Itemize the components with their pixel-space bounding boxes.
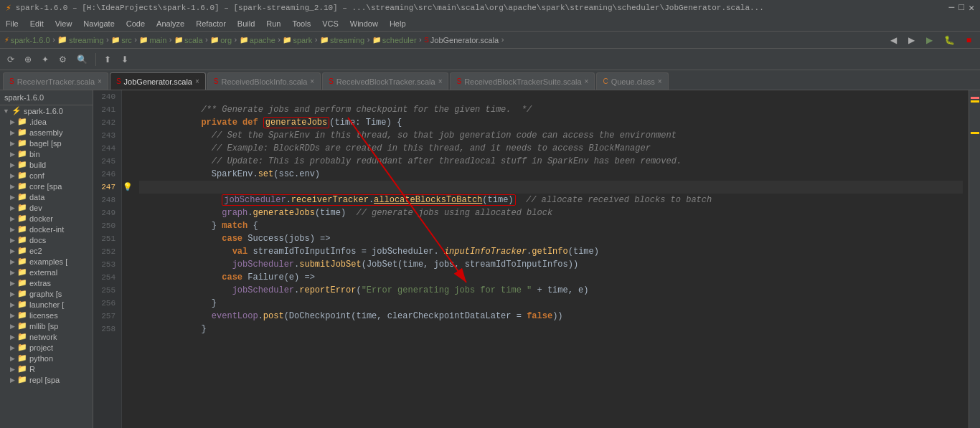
minimize-button[interactable]: ─ bbox=[949, 2, 955, 14]
toolbar-btn-6[interactable]: ⬆ bbox=[100, 52, 116, 67]
sidebar-item-external[interactable]: ▶ 📁 external bbox=[0, 267, 93, 277]
sidebar-item-docs[interactable]: ▶ 📁 docs bbox=[0, 234, 93, 245]
tab-close-3[interactable]: × bbox=[310, 77, 314, 85]
sidebar-item-licenses[interactable]: ▶ 📁 licenses bbox=[0, 310, 93, 320]
tab-close-5[interactable]: × bbox=[585, 77, 589, 85]
menu-edit[interactable]: Edit bbox=[24, 18, 50, 29]
menu-refactor[interactable]: Refactor bbox=[190, 18, 232, 29]
sidebar-item-project[interactable]: ▶ 📁 project bbox=[0, 342, 93, 353]
sidebar-item-dev[interactable]: ▶ 📁 dev bbox=[0, 202, 93, 213]
sidebar-item-data[interactable]: ▶ 📁 data bbox=[0, 191, 93, 202]
debug-button[interactable]: 🐛 bbox=[940, 33, 959, 47]
breadcrumb-streaming[interactable]: streaming bbox=[69, 36, 103, 44]
menu-run[interactable]: Run bbox=[260, 18, 286, 29]
breadcrumb-file[interactable]: JobGenerator.scala bbox=[430, 36, 499, 44]
code-content: 240 241 242 243 244 245 246 247 248 249 … bbox=[93, 90, 969, 428]
sidebar-item-docker-int[interactable]: ▶ 📁 docker-int bbox=[0, 224, 93, 234]
menu-analyze[interactable]: Analyze bbox=[151, 18, 190, 29]
breadcrumb-scala[interactable]: scala bbox=[184, 36, 203, 44]
sidebar-item-spark[interactable]: ▼ ⚡ spark-1.6.0 bbox=[0, 105, 93, 116]
breadcrumb-src[interactable]: src bbox=[121, 36, 132, 44]
breadcrumb-spark[interactable]: spark bbox=[293, 36, 312, 44]
tree-arrow-build: ▶ bbox=[10, 161, 15, 168]
tree-arrow-docker: ▶ bbox=[10, 215, 15, 222]
menu-code[interactable]: Code bbox=[121, 18, 151, 29]
gutter-242 bbox=[122, 116, 133, 129]
folder-icon-apache: 📁 bbox=[240, 36, 248, 44]
sidebar-item-conf[interactable]: ▶ 📁 conf bbox=[0, 170, 93, 181]
sidebar-item-examples[interactable]: ▶ 📁 examples [ bbox=[0, 256, 93, 267]
breadcrumb-streaming2[interactable]: streaming bbox=[330, 36, 364, 44]
scroll-top-btn[interactable] bbox=[969, 90, 980, 96]
menu-window[interactable]: Window bbox=[344, 18, 384, 29]
menu-vcs[interactable]: VCS bbox=[316, 18, 344, 29]
sidebar-item-graphx[interactable]: ▶ 📁 graphx [s bbox=[0, 288, 93, 299]
sidebar-item-core[interactable]: ▶ 📁 core [spa bbox=[0, 181, 93, 191]
code-editor[interactable]: 240 241 242 243 244 245 246 247 248 249 … bbox=[93, 90, 969, 428]
run-button[interactable]: ▶ bbox=[922, 33, 937, 47]
sidebar-item-bin[interactable]: ▶ 📁 bin bbox=[0, 148, 93, 159]
sidebar-item-bagel[interactable]: ▶ 📁 bagel [sp bbox=[0, 138, 93, 148]
maximize-button[interactable]: □ bbox=[958, 2, 964, 14]
tab-close-2[interactable]: × bbox=[195, 77, 199, 85]
tab-receivedblockinfo[interactable]: S ReceivedBlockInfo.scala × bbox=[207, 72, 321, 90]
toolbar-btn-5[interactable]: 🔍 bbox=[72, 52, 92, 67]
tab-receivertracker[interactable]: S ReceiverTracker.scala × bbox=[3, 72, 108, 90]
sidebar-header: spark-1.6.0 bbox=[0, 90, 93, 105]
sidebar-label-docker-int: docker-int bbox=[29, 225, 64, 234]
folder-icon-mllib: 📁 bbox=[17, 321, 27, 330]
scroll-bottom-btn[interactable] bbox=[969, 422, 980, 428]
sidebar-item-mllib[interactable]: ▶ 📁 mllib [sp bbox=[0, 320, 93, 331]
breadcrumb-scheduler[interactable]: scheduler bbox=[382, 36, 417, 44]
nav-back-button[interactable]: ◀ bbox=[886, 33, 901, 47]
right-scrollbar-panel[interactable] bbox=[969, 90, 980, 428]
tab-receivedblocksuite[interactable]: S ReceivedBlockTrackerSuite.scala × bbox=[450, 72, 595, 90]
breadcrumb-org[interactable]: org bbox=[220, 36, 232, 44]
menu-view[interactable]: View bbox=[50, 18, 78, 29]
folder-icon-bagel: 📁 bbox=[17, 138, 27, 148]
menu-tools[interactable]: Tools bbox=[286, 18, 316, 29]
sidebar-label-idea: .idea bbox=[29, 118, 47, 126]
breadcrumb-root[interactable]: spark-1.6.0 bbox=[11, 36, 50, 44]
breadcrumb-main[interactable]: main bbox=[149, 36, 166, 44]
toolbar-btn-7[interactable]: ⬇ bbox=[117, 52, 133, 67]
tree-arrow-dev: ▶ bbox=[10, 204, 15, 211]
tabs-bar: S ReceiverTracker.scala × S JobGenerator… bbox=[0, 70, 980, 90]
sidebar-item-extras[interactable]: ▶ 📁 extras bbox=[0, 277, 93, 288]
nav-forward-button[interactable]: ▶ bbox=[904, 33, 919, 47]
breadcrumb-apache[interactable]: apache bbox=[250, 36, 275, 44]
tab-receivedblocktracker[interactable]: S ReceivedBlockTracker.scala × bbox=[322, 72, 448, 90]
menu-help[interactable]: Help bbox=[384, 18, 412, 29]
toolbar-btn-2[interactable]: ⊕ bbox=[20, 52, 36, 67]
sidebar-item-build[interactable]: ▶ 📁 build bbox=[0, 159, 93, 170]
close-button[interactable]: ✕ bbox=[969, 2, 974, 14]
sidebar-item-network[interactable]: ▶ 📁 network bbox=[0, 331, 93, 342]
sidebar-label-core: core [spa bbox=[29, 182, 62, 191]
tab-close-1[interactable]: × bbox=[98, 77, 102, 85]
stop-button[interactable]: ■ bbox=[962, 33, 976, 47]
tab-jobgenerator[interactable]: S JobGenerator.scala × bbox=[110, 72, 206, 90]
tab-queueclass[interactable]: C Queue.class × bbox=[596, 72, 668, 90]
sidebar-item-assembly[interactable]: ▶ 📁 assembly bbox=[0, 127, 93, 138]
line-num-243: 243 bbox=[99, 129, 116, 142]
sidebar-item-idea[interactable]: ▶ 📁 .idea bbox=[0, 116, 93, 127]
sidebar-item-ec2[interactable]: ▶ 📁 ec2 bbox=[0, 245, 93, 256]
scroll-track[interactable] bbox=[969, 135, 980, 422]
menu-file[interactable]: File bbox=[0, 18, 24, 29]
menu-build[interactable]: Build bbox=[232, 18, 260, 29]
code-lines[interactable]: /** Generate jobs and perform checkpoint… bbox=[133, 90, 969, 428]
line-num-257: 257 bbox=[99, 310, 116, 323]
sidebar-item-docker[interactable]: ▶ 📁 docker bbox=[0, 213, 93, 224]
toolbar-btn-1[interactable]: ⟳ bbox=[3, 52, 19, 67]
sidebar-item-launcher[interactable]: ▶ 📁 launcher [ bbox=[0, 299, 93, 310]
sidebar-item-python[interactable]: ▶ 📁 python bbox=[0, 353, 93, 363]
toolbar-btn-3[interactable]: ✦ bbox=[37, 52, 53, 67]
code-line-243: // Example: BlockRDDs are created in thi… bbox=[139, 129, 963, 142]
menu-navigate[interactable]: Navigate bbox=[77, 18, 120, 29]
toolbar-btn-4[interactable]: ⚙ bbox=[55, 52, 71, 67]
sidebar-item-r[interactable]: ▶ 📁 R bbox=[0, 363, 93, 374]
sidebar-item-repl[interactable]: ▶ 📁 repl [spa bbox=[0, 374, 93, 385]
gutter-247: 💡 bbox=[122, 181, 133, 194]
tab-close-4[interactable]: × bbox=[438, 77, 443, 85]
tab-close-6[interactable]: × bbox=[658, 77, 662, 85]
